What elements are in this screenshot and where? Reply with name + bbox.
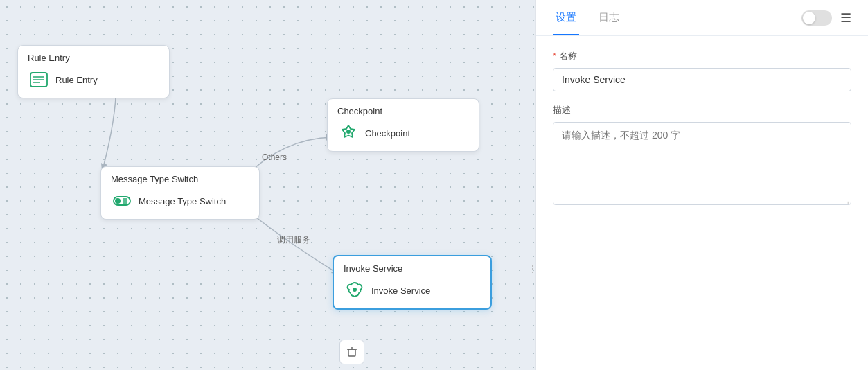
edge-label-others: Others: [262, 152, 287, 162]
invoke-service-title: Invoke Service: [344, 263, 481, 274]
description-textarea[interactable]: [553, 122, 851, 205]
workflow-canvas[interactable]: Rule Entry Rule Entry Message Type Switc…: [0, 0, 535, 370]
checkpoint-icon: [337, 122, 360, 144]
delete-button[interactable]: [339, 340, 364, 364]
tab-settings[interactable]: 设置: [553, 1, 579, 35]
message-type-switch-label: Message Type Switch: [139, 196, 226, 206]
description-wrapper: ⌟: [553, 122, 851, 208]
panel-header: 设置 日志 ☰: [536, 0, 868, 36]
checkpoint-label: Checkpoint: [365, 128, 410, 139]
rule-entry-node[interactable]: Rule Entry Rule Entry: [17, 45, 170, 98]
edge-label-invoke: 调用服务: [277, 234, 310, 246]
rule-entry-label: Rule Entry: [55, 75, 98, 85]
message-type-switch-icon: [111, 190, 133, 212]
rule-entry-title: Rule Entry: [28, 53, 159, 63]
svg-point-9: [346, 130, 351, 134]
invoke-service-label: Invoke Service: [371, 285, 430, 296]
rule-entry-icon: [28, 69, 50, 91]
svg-point-10: [353, 288, 357, 292]
invoke-service-icon: [344, 279, 366, 301]
svg-point-5: [115, 198, 121, 204]
required-marker: *: [553, 51, 556, 61]
message-type-switch-title: Message Type Switch: [111, 174, 249, 184]
description-field-label: 描述: [553, 104, 851, 116]
message-type-switch-node[interactable]: Message Type Switch Message Type Switch: [100, 166, 260, 220]
resize-handle[interactable]: ⌟: [845, 196, 849, 206]
name-input[interactable]: [553, 68, 851, 91]
panel-body: *名称 描述 ⌟: [536, 36, 868, 370]
checkpoint-title: Checkpoint: [337, 106, 469, 116]
svg-rect-11: [348, 349, 355, 356]
toggle-switch[interactable]: [801, 10, 832, 26]
menu-icon[interactable]: ☰: [840, 10, 851, 26]
checkpoint-node[interactable]: Checkpoint Checkpoint: [327, 98, 479, 152]
right-panel: 设置 日志 ☰ *名称 描述 ⌟: [535, 0, 868, 370]
tab-logs[interactable]: 日志: [596, 1, 622, 35]
grip-dots: ⋮⋮: [528, 263, 535, 274]
name-field-label: *名称: [553, 50, 851, 62]
invoke-service-node[interactable]: Invoke Service Invoke Service: [333, 255, 492, 310]
